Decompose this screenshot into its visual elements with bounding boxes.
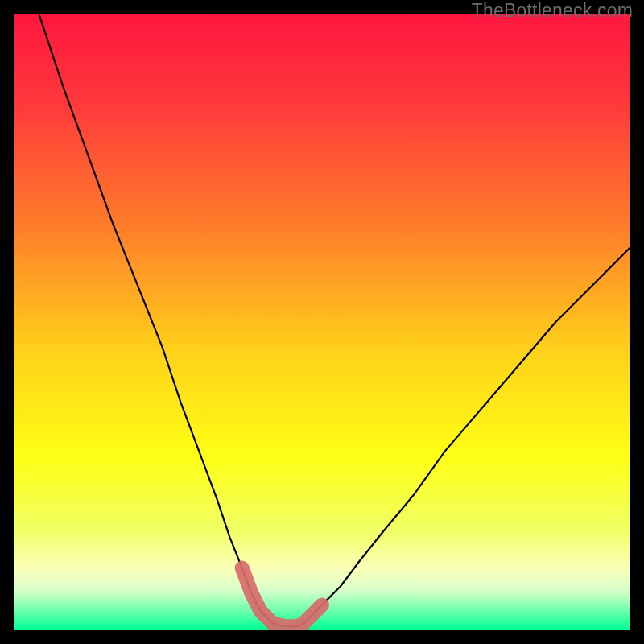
bottleneck-chart <box>14 14 630 630</box>
plot-area <box>14 14 630 630</box>
watermark-text: TheBottleneck.com <box>472 0 633 22</box>
gradient-background <box>14 14 630 630</box>
chart-frame: TheBottleneck.com <box>0 0 644 644</box>
